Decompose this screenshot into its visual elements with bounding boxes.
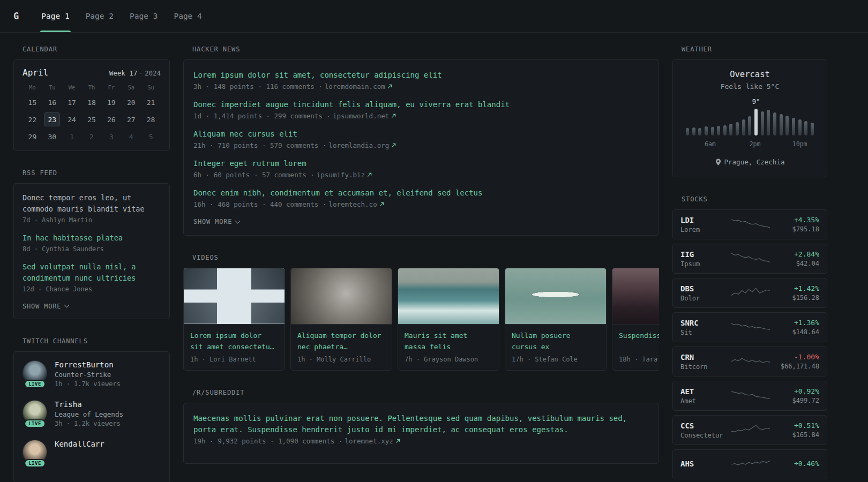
calendar-day-number: 29 [24,130,40,144]
subreddit-widget-title: /R/SUBREDDIT [192,389,659,396]
subreddit-card: Maecenas mollis pulvinar erat non posuer… [183,403,659,464]
hackernews-title[interactable]: Lorem ipsum dolor sit amet, consectetur … [193,70,649,81]
hackernews-domain-link[interactable]: loremlandia.org [328,141,389,149]
video-thumbnail [398,268,499,325]
weather-bar [729,124,732,135]
stock-row[interactable]: CCSConsectetur+0.51%$165.84 [672,415,827,445]
rss-item-title[interactable]: In hac habitasse platea [23,232,161,244]
twitch-channel[interactable]: LIVETrishaLeague of Legends3h · 1.2k vie… [23,400,161,429]
twitch-channel-info: KendallCarr [55,440,104,469]
video-title[interactable]: Suspendisse diam [619,330,659,352]
calendar-week-year: Week 17·2024 [109,69,161,77]
rss-list: Donec tempor eros leo, ut commodo mauris… [23,192,161,293]
hackernews-meta: 1d · 1,414 points · 299 comments · ipsum… [193,112,649,120]
hackernews-widget: HACKER NEWS Lorem ipsum dolor sit amet, … [183,46,659,236]
hackernews-domain-link[interactable]: ipsumworld.net [333,112,389,120]
weather-peak-temp: 9° [752,98,760,106]
rss-item-title[interactable]: Sed volutpat nulla nisl, a condimentum n… [23,261,161,284]
calendar-day-number: 19 [103,95,119,109]
hackernews-card: Lorem ipsum dolor sit amet, consectetur … [183,59,659,236]
videos-row: Lorem ipsum dolor sit amet consectetu…1h… [183,268,659,371]
rss-item-title[interactable]: Donec tempor eros leo, ut commodo mauris… [23,192,161,215]
calendar-dow-label: Tu [42,84,62,93]
rss-item: Sed volutpat nulla nisl, a condimentum n… [23,261,161,293]
hackernews-title[interactable]: Aliquam nec cursus elit [193,129,649,140]
twitch-channel-name[interactable]: ForrestBurton [55,360,121,369]
rss-show-more-button[interactable]: SHOW MORE [23,303,69,310]
subreddit-domain-link[interactable]: loremnet.xyz [345,437,393,445]
twitch-channel-name[interactable]: Trisha [55,400,123,409]
app-logo[interactable]: G [13,0,19,32]
hackernews-meta: 21h · 710 points · 579 comments · loreml… [193,141,649,149]
subreddit-meta: 19h · 9,932 points · 1,090 comments · lo… [193,437,649,445]
twitch-channel[interactable]: LIVEForrestBurtonCounter-Strike1h · 1.7k… [23,360,161,389]
tab-page-4[interactable]: Page 4 [173,0,203,32]
calendar-day: 2 [82,129,102,144]
calendar-dow-label: Su [141,84,161,93]
calendar-day-number: 4 [123,130,139,144]
tab-page-1[interactable]: Page 1 [40,0,70,32]
video-card[interactable]: Aliquam tempor dolor nec phaetra…1h · Mo… [290,268,392,371]
stock-values: +2.84%$42.04 [771,250,819,267]
stock-row[interactable]: CRNBitcorn-1.00%$66,171.48 [672,347,827,376]
video-card[interactable]: Nullam posuere cursus ex17h · Stefan Col… [505,268,607,371]
hackernews-title[interactable]: Donec enim nibh, condimentum et accumsan… [193,187,649,199]
stock-sparkline [730,217,771,231]
hackernews-meta: 16h · 468 points · 440 comments · loremt… [193,200,649,208]
video-title[interactable]: Aliquam tempor dolor nec phaetra… [297,330,385,352]
stock-row[interactable]: DBSDolor+1.42%$156.28 [672,278,827,308]
hackernews-title[interactable]: Donec imperdiet augue tincidunt felis al… [193,99,649,110]
stock-sparkline [730,286,771,300]
video-card-body: Suspendisse diam18h · Tara [612,325,659,370]
tab-page-3[interactable]: Page 3 [129,0,159,32]
twitch-avatar-wrap: LIVE [23,400,47,429]
hackernews-domain-link[interactable]: ipsumify.biz [317,171,365,179]
hackernews-domain-link[interactable]: loremtech.co [328,200,377,208]
video-title[interactable]: Nullam posuere cursus ex [512,330,600,352]
rss-item-meta: 7d · Ashlyn Martin [23,216,161,224]
weather-bar [761,111,764,135]
calendar-widget-title: CALENDAR [23,46,170,53]
stock-info: LDILorem [680,216,730,234]
twitch-widget: TWITCH CHANNELS LIVEForrestBurtonCounter… [13,337,170,482]
subreddit-title[interactable]: Maecenas mollis pulvinar erat non posuer… [193,413,649,435]
video-card-body: Lorem ipsum dolor sit amet consectetu…1h… [184,325,285,370]
tab-page-2[interactable]: Page 2 [85,0,115,32]
stock-info: IIGIpsum [680,250,730,268]
stock-row[interactable]: SNRCSit+1.36%$148.64 [672,312,827,342]
weather-card: Overcast Feels like 5°C 9° 6am2pm10pm Pr… [672,59,827,177]
stock-symbol: IIG [680,250,730,259]
twitch-channel[interactable]: LIVEKendallCarr [23,440,161,469]
video-card-body: Mauris sit amet massa felis7h · Grayson … [398,325,499,370]
video-card[interactable]: Lorem ipsum dolor sit amet consectetu…1h… [183,268,285,371]
calendar-day: 27 [121,112,141,127]
twitch-viewers: 3h · 1.2k viewers [55,420,123,427]
video-card[interactable]: Mauris sit amet massa felis7h · Grayson … [398,268,499,371]
stock-row[interactable]: IIGIpsum+2.84%$42.04 [672,244,827,274]
stock-row[interactable]: AHS+0.46% [672,449,827,479]
video-title[interactable]: Lorem ipsum dolor sit amet consectetu… [190,330,278,352]
weather-bar [717,126,720,135]
calendar-separator: · [139,69,143,77]
video-thumbnail [184,268,285,325]
twitch-channel-name[interactable]: KendallCarr [55,440,104,448]
calendar-day-number: 28 [143,112,159,126]
stock-row[interactable]: LDILorem+4.35%$795.18 [672,209,827,239]
weather-bar [698,128,701,135]
hackernews-domain-link[interactable]: loremdomain.com [325,82,385,91]
weather-bar-current: 9° [754,109,758,135]
external-link-icon [395,439,400,443]
calendar-day-number: 5 [143,130,159,144]
live-badge: LIVE [24,419,46,428]
stock-change: +1.36% [771,319,819,327]
hackernews-title[interactable]: Integer eget rutrum lorem [193,158,649,169]
hackernews-show-more-button[interactable]: SHOW MORE [193,218,240,225]
video-card[interactable]: Suspendisse diam18h · Tara [612,268,659,371]
stock-change: +0.51% [771,421,819,430]
stock-name: Amet [680,397,730,405]
stock-row[interactable]: AETAmet+0.92%$499.72 [672,381,827,411]
calendar-day-number: 21 [143,95,159,109]
stock-symbol: SNRC [680,319,730,327]
stock-values: +0.92%$499.72 [771,387,819,404]
video-title[interactable]: Mauris sit amet massa felis [405,330,492,352]
